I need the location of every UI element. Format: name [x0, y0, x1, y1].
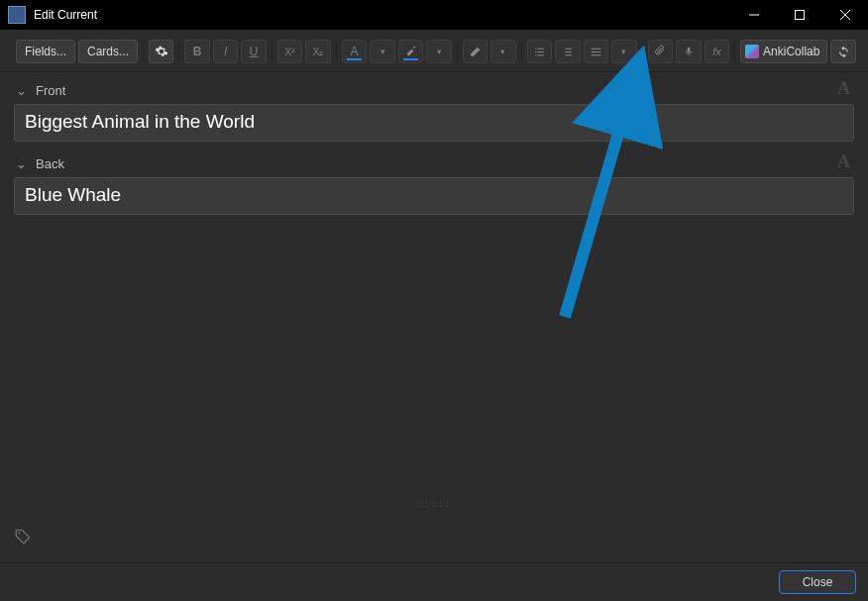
ul-button[interactable]: [527, 40, 553, 63]
svg-rect-1: [796, 11, 805, 20]
back-field-label: Back: [36, 156, 64, 171]
pin-icon[interactable]: A: [837, 78, 850, 99]
minimize-icon: [749, 10, 759, 20]
fields-area: ⌄ Front A Biggest Animal in the World ⌄ …: [0, 72, 868, 497]
minimize-button[interactable]: [731, 0, 777, 30]
app-icon: [8, 6, 26, 24]
bold-button[interactable]: B: [184, 40, 210, 63]
list-ol-icon: [561, 46, 574, 58]
clear-formatting-button[interactable]: [463, 40, 488, 63]
tags-row[interactable]: [0, 511, 868, 562]
highlight-icon: [405, 46, 417, 57]
back-field-input[interactable]: Blue Whale: [14, 177, 854, 215]
cards-button[interactable]: Cards...: [78, 40, 138, 63]
paperclip-icon: [654, 45, 666, 58]
fx-icon: fx: [712, 46, 721, 57]
list-ul-icon: [533, 46, 546, 58]
italic-button[interactable]: I: [213, 40, 239, 63]
ankicollab-label: AnkiCollab: [763, 45, 819, 58]
text-color-button[interactable]: A: [342, 40, 368, 63]
pin-icon[interactable]: A: [837, 151, 850, 172]
ankicollab-icon: [745, 45, 759, 58]
ol-button[interactable]: [555, 40, 581, 63]
attach-button[interactable]: [648, 40, 674, 63]
text-color-picker-button[interactable]: ▾: [370, 40, 395, 63]
editor-toolbar: Fields... Cards... B I U X² X₂ A ▾ ▾: [0, 30, 868, 72]
align-icon: [590, 46, 602, 58]
italic-icon: I: [224, 45, 227, 58]
chevron-down-icon: ⌄: [14, 156, 28, 171]
chevron-down-icon: ▾: [380, 47, 385, 56]
highlight-button[interactable]: [398, 40, 424, 63]
equation-button[interactable]: fx: [705, 40, 730, 63]
bold-icon: B: [193, 45, 202, 58]
chevron-down-icon: ▾: [500, 47, 505, 56]
svg-point-4: [18, 532, 20, 534]
front-field-input[interactable]: Biggest Animal in the World: [14, 104, 854, 142]
underline-icon: U: [250, 45, 259, 58]
drag-handle[interactable]: : : : : :: [0, 497, 868, 511]
chevron-down-icon: ⌄: [14, 83, 28, 98]
superscript-icon: X²: [285, 47, 295, 57]
bottom-bar: Close: [0, 562, 868, 601]
close-window-button[interactable]: [822, 0, 868, 30]
subscript-button[interactable]: X₂: [305, 40, 331, 63]
superscript-button[interactable]: X²: [277, 40, 303, 63]
options-button[interactable]: [149, 40, 174, 63]
close-button[interactable]: Close: [779, 570, 856, 594]
subscript-icon: X₂: [313, 47, 324, 57]
gear-icon: [155, 45, 168, 58]
alignment-button[interactable]: [584, 40, 609, 63]
close-icon: [840, 10, 850, 20]
chevron-down-icon: ▾: [621, 47, 626, 56]
window-title: Edit Current: [34, 8, 97, 22]
underline-button[interactable]: U: [241, 40, 267, 63]
text-color-icon: A: [351, 45, 359, 58]
microphone-icon: [684, 45, 694, 58]
front-field-label: Front: [36, 83, 65, 98]
chevron-down-icon: ▾: [437, 47, 442, 56]
indent-button[interactable]: ▾: [611, 40, 637, 63]
fields-button[interactable]: Fields...: [16, 40, 75, 63]
sync-icon: [837, 46, 850, 58]
maximize-icon: [795, 10, 805, 20]
eraser-icon: [469, 46, 482, 58]
highlight-picker-button[interactable]: ▾: [426, 40, 452, 63]
clear-formatting-picker-button[interactable]: ▾: [490, 40, 516, 63]
front-field-header[interactable]: ⌄ Front A: [14, 78, 854, 102]
ankicollab-button[interactable]: AnkiCollab: [740, 40, 827, 63]
tag-icon: [14, 528, 32, 546]
sync-button[interactable]: [830, 40, 856, 63]
back-field-header[interactable]: ⌄ Back A: [14, 151, 854, 175]
titlebar: Edit Current: [0, 0, 868, 30]
maximize-button[interactable]: [777, 0, 822, 30]
record-button[interactable]: [676, 40, 702, 63]
